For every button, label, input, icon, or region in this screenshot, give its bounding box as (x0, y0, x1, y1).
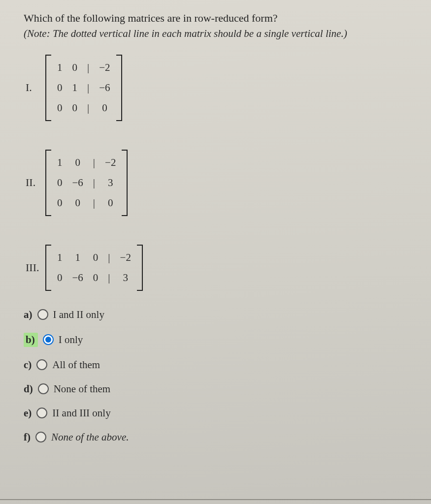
radio-c[interactable] (36, 359, 47, 370)
m2-r1c1: −6 (67, 173, 88, 193)
m1-r2c3: 0 (94, 98, 115, 118)
m3-r1c4: 3 (115, 268, 136, 288)
m2-r1c0: 0 (52, 173, 67, 193)
m1-r0c1: 0 (67, 58, 83, 78)
matrix-label-2: II. (26, 176, 40, 189)
m3-r1c3: | (103, 268, 115, 288)
answer-options: a) I and II only b) I only c) All of the… (24, 309, 411, 443)
option-f-label: None of the above. (51, 431, 129, 443)
radio-d[interactable] (38, 383, 49, 394)
radio-f[interactable] (35, 432, 46, 442)
option-d-label: None of them (54, 383, 110, 395)
matrix-3: 1 1 0 | −2 0 −6 0 | 3 (45, 245, 143, 291)
option-c-label: All of them (52, 359, 100, 371)
page-divider (0, 499, 431, 500)
option-a-label: I and II only (53, 309, 104, 321)
m3-r0c4: −2 (115, 248, 136, 268)
m3-r1c1: −6 (67, 268, 88, 288)
m2-r2c2: | (88, 193, 100, 213)
m3-r0c0: 1 (52, 248, 67, 268)
option-a-letter: a) (24, 309, 33, 321)
option-f: f) None of the above. (24, 431, 411, 443)
option-e-letter: e) (24, 407, 32, 419)
radio-b[interactable] (43, 334, 54, 345)
m2-r1c2: | (88, 173, 100, 193)
option-d-letter: d) (24, 383, 33, 395)
m2-r2c3: 0 (100, 193, 121, 213)
matrix-block-2: II. 1 0 | −2 0 −6 | 3 0 0 | (26, 150, 411, 216)
m2-r1c3: 3 (100, 173, 121, 193)
m1-r1c0: 0 (52, 78, 67, 98)
matrix-label-1: I. (26, 81, 40, 94)
matrix-1: 1 0 | −2 0 1 | −6 0 0 | 0 (45, 55, 122, 121)
m3-r0c1: 1 (67, 248, 88, 268)
m3-r1c0: 0 (52, 268, 67, 288)
option-c: c) All of them (24, 359, 411, 371)
m3-r0c3: | (103, 248, 115, 268)
m1-r1c1: 1 (67, 78, 83, 98)
m1-r1c2: | (82, 78, 94, 98)
m1-r0c2: | (82, 58, 94, 78)
m2-r0c1: 0 (67, 153, 88, 173)
option-e-label: II and III only (52, 407, 110, 419)
m3-r0c2: 0 (88, 248, 103, 268)
option-b-label: I only (59, 334, 83, 346)
m1-r2c0: 0 (52, 98, 67, 118)
question-page: Which of the following matrices are in r… (0, 0, 431, 504)
m1-r1c3: −6 (94, 78, 115, 98)
m2-r0c2: | (88, 153, 100, 173)
option-a: a) I and II only (24, 309, 411, 321)
matrix-label-3: III. (26, 261, 40, 274)
question-text: Which of the following matrices are in r… (24, 11, 411, 26)
option-f-letter: f) (24, 431, 31, 443)
matrix-2: 1 0 | −2 0 −6 | 3 0 0 | 0 (45, 150, 128, 216)
option-b-letter: b) (24, 333, 38, 347)
m1-r2c2: | (82, 98, 94, 118)
option-e: e) II and III only (24, 407, 411, 419)
radio-e[interactable] (36, 408, 47, 418)
radio-a[interactable] (37, 309, 48, 320)
option-d: d) None of them (24, 383, 411, 395)
matrix-block-3: III. 1 1 0 | −2 0 −6 0 | 3 (26, 245, 411, 291)
m3-r1c2: 0 (88, 268, 103, 288)
m2-r0c3: −2 (100, 153, 121, 173)
option-b: b) I only (24, 333, 411, 347)
m2-r2c1: 0 (67, 193, 88, 213)
m1-r0c3: −2 (94, 58, 115, 78)
m1-r2c1: 0 (67, 98, 83, 118)
m2-r0c0: 1 (52, 153, 67, 173)
question-note: (Note: The dotted vertical line in each … (24, 28, 411, 40)
m1-r0c0: 1 (52, 58, 67, 78)
m2-r2c0: 0 (52, 193, 67, 213)
option-c-letter: c) (24, 359, 32, 371)
matrix-block-1: I. 1 0 | −2 0 1 | −6 0 0 | (26, 55, 411, 121)
